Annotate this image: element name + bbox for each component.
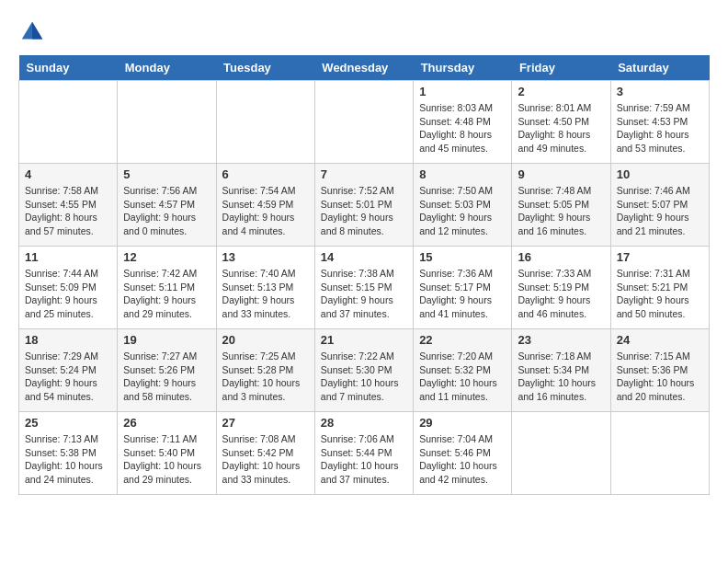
day-info: Sunrise: 7:46 AM Sunset: 5:07 PM Dayligh… bbox=[617, 184, 703, 238]
calendar-cell: 27Sunrise: 7:08 AM Sunset: 5:42 PM Dayli… bbox=[216, 412, 314, 495]
day-info: Sunrise: 7:08 AM Sunset: 5:42 PM Dayligh… bbox=[222, 432, 309, 487]
logo bbox=[18, 18, 50, 46]
weekday-header-saturday: Saturday bbox=[610, 55, 709, 81]
day-number: 10 bbox=[617, 167, 703, 181]
day-number: 6 bbox=[222, 167, 309, 181]
calendar-table: SundayMondayTuesdayWednesdayThursdayFrid… bbox=[18, 55, 710, 495]
calendar-cell: 14Sunrise: 7:38 AM Sunset: 5:15 PM Dayli… bbox=[314, 247, 413, 329]
calendar-cell bbox=[118, 81, 216, 164]
calendar-cell: 9Sunrise: 7:48 AM Sunset: 5:05 PM Daylig… bbox=[512, 164, 610, 247]
day-number: 17 bbox=[617, 250, 703, 264]
day-info: Sunrise: 7:48 AM Sunset: 5:05 PM Dayligh… bbox=[518, 184, 604, 238]
calendar-cell bbox=[610, 412, 709, 495]
day-number: 2 bbox=[518, 85, 604, 98]
day-number: 18 bbox=[25, 333, 111, 347]
weekday-header-sunday: Sunday bbox=[19, 55, 118, 81]
week-row-3: 11Sunrise: 7:44 AM Sunset: 5:09 PM Dayli… bbox=[19, 247, 710, 329]
weekday-header-thursday: Thursday bbox=[414, 55, 512, 81]
day-info: Sunrise: 7:20 AM Sunset: 5:32 PM Dayligh… bbox=[419, 350, 506, 404]
weekday-header-row: SundayMondayTuesdayWednesdayThursdayFrid… bbox=[19, 55, 710, 81]
page-header bbox=[18, 18, 710, 46]
calendar-cell: 15Sunrise: 7:36 AM Sunset: 5:17 PM Dayli… bbox=[414, 247, 512, 329]
day-number: 5 bbox=[123, 167, 210, 181]
day-info: Sunrise: 7:25 AM Sunset: 5:28 PM Dayligh… bbox=[222, 350, 309, 404]
calendar-cell: 22Sunrise: 7:20 AM Sunset: 5:32 PM Dayli… bbox=[414, 329, 512, 412]
calendar-cell: 8Sunrise: 7:50 AM Sunset: 5:03 PM Daylig… bbox=[414, 164, 512, 247]
day-number: 9 bbox=[518, 167, 604, 181]
day-number: 1 bbox=[419, 85, 506, 98]
day-number: 14 bbox=[321, 250, 407, 264]
day-info: Sunrise: 7:13 AM Sunset: 5:38 PM Dayligh… bbox=[25, 432, 111, 487]
calendar-cell: 10Sunrise: 7:46 AM Sunset: 5:07 PM Dayli… bbox=[610, 164, 709, 247]
day-number: 27 bbox=[222, 416, 309, 430]
day-number: 3 bbox=[617, 85, 703, 98]
calendar-cell: 25Sunrise: 7:13 AM Sunset: 5:38 PM Dayli… bbox=[19, 412, 118, 495]
day-info: Sunrise: 8:03 AM Sunset: 4:48 PM Dayligh… bbox=[419, 101, 506, 155]
calendar-cell bbox=[512, 412, 610, 495]
day-number: 20 bbox=[222, 333, 309, 347]
day-info: Sunrise: 7:15 AM Sunset: 5:36 PM Dayligh… bbox=[617, 350, 703, 404]
day-info: Sunrise: 7:36 AM Sunset: 5:17 PM Dayligh… bbox=[419, 267, 506, 321]
week-row-5: 25Sunrise: 7:13 AM Sunset: 5:38 PM Dayli… bbox=[19, 412, 710, 495]
day-number: 7 bbox=[321, 167, 407, 181]
day-info: Sunrise: 7:22 AM Sunset: 5:30 PM Dayligh… bbox=[321, 350, 407, 404]
calendar-cell: 3Sunrise: 7:59 AM Sunset: 4:53 PM Daylig… bbox=[610, 81, 709, 164]
calendar-cell bbox=[314, 81, 413, 164]
day-info: Sunrise: 7:04 AM Sunset: 5:46 PM Dayligh… bbox=[419, 432, 506, 487]
day-info: Sunrise: 7:29 AM Sunset: 5:24 PM Dayligh… bbox=[25, 350, 111, 404]
weekday-header-tuesday: Tuesday bbox=[216, 55, 314, 81]
day-number: 12 bbox=[123, 250, 210, 264]
day-info: Sunrise: 7:18 AM Sunset: 5:34 PM Dayligh… bbox=[518, 350, 604, 404]
calendar-cell: 11Sunrise: 7:44 AM Sunset: 5:09 PM Dayli… bbox=[19, 247, 118, 329]
day-info: Sunrise: 7:52 AM Sunset: 5:01 PM Dayligh… bbox=[321, 184, 407, 238]
day-info: Sunrise: 7:50 AM Sunset: 5:03 PM Dayligh… bbox=[419, 184, 506, 238]
calendar-cell: 1Sunrise: 8:03 AM Sunset: 4:48 PM Daylig… bbox=[414, 81, 512, 164]
calendar-cell: 19Sunrise: 7:27 AM Sunset: 5:26 PM Dayli… bbox=[118, 329, 216, 412]
day-number: 26 bbox=[123, 416, 210, 430]
calendar-cell: 24Sunrise: 7:15 AM Sunset: 5:36 PM Dayli… bbox=[610, 329, 709, 412]
calendar-cell: 28Sunrise: 7:06 AM Sunset: 5:44 PM Dayli… bbox=[314, 412, 413, 495]
weekday-header-wednesday: Wednesday bbox=[314, 55, 413, 81]
day-info: Sunrise: 7:42 AM Sunset: 5:11 PM Dayligh… bbox=[123, 267, 210, 321]
day-info: Sunrise: 7:44 AM Sunset: 5:09 PM Dayligh… bbox=[25, 267, 111, 321]
day-number: 25 bbox=[25, 416, 111, 430]
weekday-header-monday: Monday bbox=[118, 55, 216, 81]
day-info: Sunrise: 7:40 AM Sunset: 5:13 PM Dayligh… bbox=[222, 267, 309, 321]
calendar-cell: 7Sunrise: 7:52 AM Sunset: 5:01 PM Daylig… bbox=[314, 164, 413, 247]
day-number: 19 bbox=[123, 333, 210, 347]
day-number: 21 bbox=[321, 333, 407, 347]
calendar-cell: 12Sunrise: 7:42 AM Sunset: 5:11 PM Dayli… bbox=[118, 247, 216, 329]
day-number: 28 bbox=[321, 416, 407, 430]
day-info: Sunrise: 7:11 AM Sunset: 5:40 PM Dayligh… bbox=[123, 432, 210, 487]
day-number: 16 bbox=[518, 250, 604, 264]
day-info: Sunrise: 7:38 AM Sunset: 5:15 PM Dayligh… bbox=[321, 267, 407, 321]
calendar-cell: 13Sunrise: 7:40 AM Sunset: 5:13 PM Dayli… bbox=[216, 247, 314, 329]
day-number: 4 bbox=[25, 167, 111, 181]
day-number: 8 bbox=[419, 167, 506, 181]
calendar-cell: 20Sunrise: 7:25 AM Sunset: 5:28 PM Dayli… bbox=[216, 329, 314, 412]
week-row-2: 4Sunrise: 7:58 AM Sunset: 4:55 PM Daylig… bbox=[19, 164, 710, 247]
day-number: 24 bbox=[617, 333, 703, 347]
calendar-cell: 17Sunrise: 7:31 AM Sunset: 5:21 PM Dayli… bbox=[610, 247, 709, 329]
day-number: 22 bbox=[419, 333, 506, 347]
day-number: 15 bbox=[419, 250, 506, 264]
calendar-cell: 4Sunrise: 7:58 AM Sunset: 4:55 PM Daylig… bbox=[19, 164, 118, 247]
calendar-cell bbox=[216, 81, 314, 164]
calendar-cell: 29Sunrise: 7:04 AM Sunset: 5:46 PM Dayli… bbox=[414, 412, 512, 495]
calendar-cell: 26Sunrise: 7:11 AM Sunset: 5:40 PM Dayli… bbox=[118, 412, 216, 495]
calendar-cell: 6Sunrise: 7:54 AM Sunset: 4:59 PM Daylig… bbox=[216, 164, 314, 247]
week-row-1: 1Sunrise: 8:03 AM Sunset: 4:48 PM Daylig… bbox=[19, 81, 710, 164]
calendar-cell: 21Sunrise: 7:22 AM Sunset: 5:30 PM Dayli… bbox=[314, 329, 413, 412]
calendar-cell: 16Sunrise: 7:33 AM Sunset: 5:19 PM Dayli… bbox=[512, 247, 610, 329]
day-info: Sunrise: 7:06 AM Sunset: 5:44 PM Dayligh… bbox=[321, 432, 407, 487]
weekday-header-friday: Friday bbox=[512, 55, 610, 81]
calendar-cell bbox=[19, 81, 118, 164]
day-number: 11 bbox=[25, 250, 111, 264]
calendar-cell: 2Sunrise: 8:01 AM Sunset: 4:50 PM Daylig… bbox=[512, 81, 610, 164]
day-info: Sunrise: 8:01 AM Sunset: 4:50 PM Dayligh… bbox=[518, 101, 604, 155]
day-info: Sunrise: 7:59 AM Sunset: 4:53 PM Dayligh… bbox=[617, 101, 703, 155]
day-info: Sunrise: 7:58 AM Sunset: 4:55 PM Dayligh… bbox=[25, 184, 111, 238]
svg-marker-1 bbox=[32, 22, 42, 40]
logo-icon bbox=[18, 18, 46, 46]
calendar-cell: 18Sunrise: 7:29 AM Sunset: 5:24 PM Dayli… bbox=[19, 329, 118, 412]
